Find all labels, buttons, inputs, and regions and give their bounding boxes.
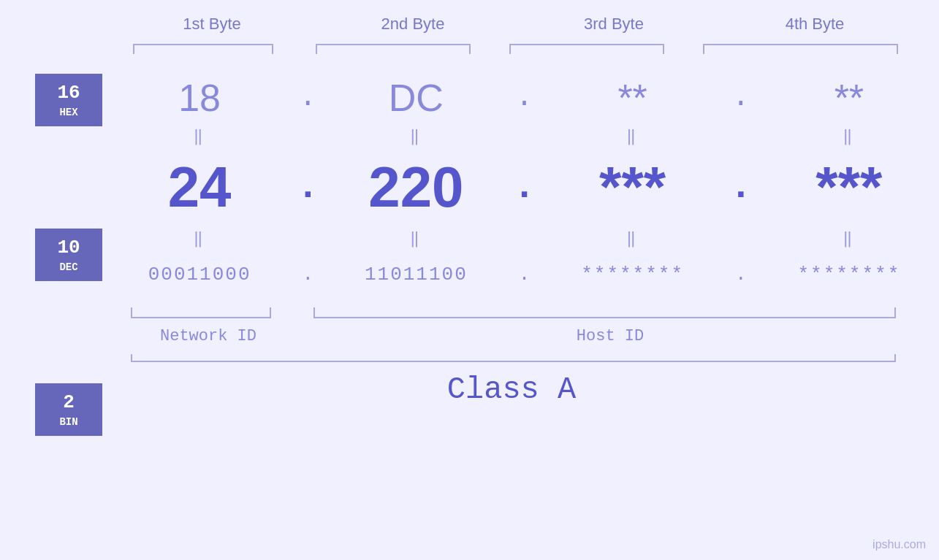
bin-cell-2: 11011100 [326,264,506,285]
bottom-section: Network ID Host ID Class A [110,304,939,407]
bin-cell-4: ******** [759,264,939,285]
class-label: Class A [110,372,913,407]
hex-dot-3: . [723,81,759,114]
hex-val-3: ** [617,77,647,119]
hex-val-2: DC [389,77,444,119]
byte-header-3: 3rd Byte [514,15,715,34]
dec-cell-3: *** [543,154,723,220]
hex-cell-4: ** [759,76,939,120]
eq1-1: ‖ [110,126,289,146]
dec-dot-1: . [289,166,326,209]
hex-val-4: ** [835,77,864,119]
bin-badge-num: 2 [44,391,94,415]
bin-dot-1: . [289,264,326,285]
bottom-bracket-svg [110,304,913,321]
byte-header-4: 4th Byte [715,15,916,34]
eq2-4: ‖ [759,229,939,248]
host-id-label: Host ID [307,327,913,345]
dec-val-2: 220 [368,155,463,219]
bin-row: 00011000 . 11011100 . ******** . *******… [110,249,939,300]
network-id-label: Network ID [110,327,307,345]
byte-header-2: 2nd Byte [313,15,514,34]
dec-badge-label: DEC [44,261,94,274]
bin-val-4: ******** [797,264,900,285]
bin-badge: 2 BIN [35,383,102,436]
bin-dot-2: . [506,264,543,285]
dec-dot-2: . [506,166,543,209]
id-labels: Network ID Host ID [110,327,913,345]
dec-dot-sym-3: . [729,166,752,209]
dec-val-1: 24 [168,155,232,219]
dec-dot-3: . [723,166,759,209]
eq2-2: ‖ [326,229,506,248]
hex-badge-num: 16 [44,81,94,106]
badges-column: 16 HEX 10 DEC 2 BIN [0,66,102,436]
hex-cell-1: 18 [110,76,289,120]
eq2-3: ‖ [543,229,723,248]
dec-val-3: *** [599,155,666,219]
hex-badge: 16 HEX [35,74,102,126]
dec-dot-sym-2: . [513,166,536,209]
dec-cell-1: 24 [110,154,289,220]
main-container: 1st Byte 2nd Byte 3rd Byte 4th Byte 16 H… [0,0,939,560]
equals-row-1: ‖ ‖ ‖ ‖ [110,125,939,147]
hex-val-1: 18 [178,77,221,119]
big-bracket-svg [110,351,913,364]
dec-dot-sym-1: . [297,166,319,209]
top-brackets [112,41,916,61]
content-row: 16 HEX 10 DEC 2 BIN 18 . DC [0,66,939,436]
bin-cell-3: ******** [543,264,723,285]
dec-row: 24 . 220 . *** . *** [110,147,939,227]
bin-dot-3: . [723,264,759,285]
hex-row: 18 . DC . ** . ** [110,70,939,125]
bin-val-2: 11011100 [365,264,468,285]
bin-val-3: ******** [581,264,684,285]
dec-cell-4: *** [759,154,939,220]
top-bracket-svg [112,41,916,57]
eq1-3: ‖ [543,126,723,146]
dec-badge-num: 10 [44,236,94,261]
big-bracket-container [110,351,939,368]
dec-badge: 10 DEC [35,229,102,281]
bin-val-1: 00011000 [148,264,251,285]
watermark: ipshu.com [873,538,926,551]
bin-cell-1: 00011000 [110,264,289,285]
hex-badge-label: HEX [44,106,94,119]
hex-cell-3: ** [543,76,723,120]
eq2-1: ‖ [110,229,289,248]
byte-headers: 1st Byte 2nd Byte 3rd Byte 4th Byte [112,15,916,34]
hex-dot-2: . [506,81,543,114]
hex-dot-1: . [289,81,326,114]
hex-cell-2: DC [326,76,506,120]
dec-cell-2: 220 [326,154,506,220]
bin-badge-label: BIN [44,415,94,429]
equals-row-2: ‖ ‖ ‖ ‖ [110,227,939,249]
byte-header-1: 1st Byte [112,15,313,34]
eq1-2: ‖ [326,126,506,146]
grid-area: 18 . DC . ** . ** ‖ ‖ [102,66,939,407]
eq1-4: ‖ [759,126,939,146]
dec-val-4: *** [816,155,882,219]
